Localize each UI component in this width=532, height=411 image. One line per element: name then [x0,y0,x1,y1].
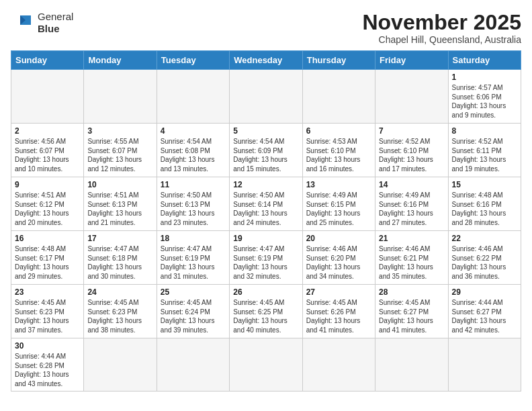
col-monday: Monday [84,51,157,70]
day-info: Sunrise: 4:44 AM Sunset: 6:27 PM Dayligh… [452,298,517,334]
month-title: November 2025 [362,11,521,34]
calendar-cell: 12Sunrise: 4:50 AM Sunset: 6:14 PM Dayli… [230,177,302,231]
logo-icon [11,13,35,33]
day-number: 2 [15,126,80,136]
title-block: November 2025 Chapel Hill, Queensland, A… [362,11,521,45]
day-info: Sunrise: 4:45 AM Sunset: 6:27 PM Dayligh… [379,298,444,334]
calendar-cell [157,70,229,124]
day-number: 3 [87,126,152,136]
day-info: Sunrise: 4:47 AM Sunset: 6:18 PM Dayligh… [87,244,152,281]
calendar-week-1: 2Sunrise: 4:56 AM Sunset: 6:07 PM Daylig… [11,124,521,177]
day-number: 4 [161,126,226,136]
calendar-cell: 30Sunrise: 4:44 AM Sunset: 6:28 PM Dayli… [11,338,84,392]
calendar-cell: 6Sunrise: 4:53 AM Sunset: 6:10 PM Daylig… [302,124,375,177]
calendar-cell [84,338,157,392]
day-info: Sunrise: 4:45 AM Sunset: 6:24 PM Dayligh… [161,298,226,334]
calendar-cell: 20Sunrise: 4:46 AM Sunset: 6:20 PM Dayli… [302,231,375,285]
day-number: 12 [233,180,298,189]
calendar-cell [230,70,302,124]
day-number: 10 [87,180,152,189]
day-number: 30 [15,341,80,351]
calendar-cell [11,70,84,124]
day-info: Sunrise: 4:47 AM Sunset: 6:19 PM Dayligh… [233,244,298,281]
calendar-week-2: 9Sunrise: 4:51 AM Sunset: 6:12 PM Daylig… [11,177,521,231]
calendar-week-0: 1Sunrise: 4:57 AM Sunset: 6:06 PM Daylig… [11,70,521,124]
calendar-cell: 15Sunrise: 4:48 AM Sunset: 6:16 PM Dayli… [448,177,521,231]
calendar-cell [375,338,448,392]
day-number: 20 [306,234,371,243]
day-number: 11 [161,180,226,189]
col-tuesday: Tuesday [157,51,229,70]
calendar-cell: 28Sunrise: 4:45 AM Sunset: 6:27 PM Dayli… [375,285,448,338]
day-number: 7 [379,126,444,136]
day-info: Sunrise: 4:49 AM Sunset: 6:15 PM Dayligh… [306,191,371,227]
day-info: Sunrise: 4:52 AM Sunset: 6:10 PM Dayligh… [379,137,444,173]
calendar-cell [448,338,521,392]
day-number: 23 [15,287,80,297]
day-info: Sunrise: 4:47 AM Sunset: 6:19 PM Dayligh… [161,244,226,281]
day-info: Sunrise: 4:46 AM Sunset: 6:22 PM Dayligh… [452,244,517,281]
calendar-cell: 29Sunrise: 4:44 AM Sunset: 6:27 PM Dayli… [448,285,521,338]
calendar-cell: 19Sunrise: 4:47 AM Sunset: 6:19 PM Dayli… [230,231,302,285]
calendar-cell: 10Sunrise: 4:51 AM Sunset: 6:13 PM Dayli… [84,177,157,231]
col-saturday: Saturday [448,51,521,70]
day-info: Sunrise: 4:44 AM Sunset: 6:28 PM Dayligh… [15,352,80,388]
day-number: 9 [15,180,80,189]
calendar-cell: 25Sunrise: 4:45 AM Sunset: 6:24 PM Dayli… [157,285,229,338]
col-sunday: Sunday [11,51,84,70]
day-number: 25 [161,287,226,297]
day-info: Sunrise: 4:48 AM Sunset: 6:17 PM Dayligh… [15,244,80,281]
logo: GeneralBlue [11,11,73,35]
day-info: Sunrise: 4:52 AM Sunset: 6:11 PM Dayligh… [452,137,517,173]
location-subtitle: Chapel Hill, Queensland, Australia [362,34,521,45]
day-info: Sunrise: 4:53 AM Sunset: 6:10 PM Dayligh… [306,137,371,173]
calendar-cell: 11Sunrise: 4:50 AM Sunset: 6:13 PM Dayli… [157,177,229,231]
day-number: 29 [452,287,517,297]
day-info: Sunrise: 4:51 AM Sunset: 6:13 PM Dayligh… [87,191,152,227]
day-number: 21 [379,234,444,243]
day-info: Sunrise: 4:45 AM Sunset: 6:23 PM Dayligh… [15,298,80,334]
calendar-cell: 16Sunrise: 4:48 AM Sunset: 6:17 PM Dayli… [11,231,84,285]
day-number: 28 [379,287,444,297]
calendar-cell: 14Sunrise: 4:49 AM Sunset: 6:16 PM Dayli… [375,177,448,231]
calendar-cell [302,70,375,124]
calendar-cell: 4Sunrise: 4:54 AM Sunset: 6:08 PM Daylig… [157,124,229,177]
day-number: 8 [452,126,517,136]
calendar-cell [157,338,229,392]
day-info: Sunrise: 4:46 AM Sunset: 6:21 PM Dayligh… [379,244,444,281]
day-info: Sunrise: 4:45 AM Sunset: 6:26 PM Dayligh… [306,298,371,334]
calendar-cell: 22Sunrise: 4:46 AM Sunset: 6:22 PM Dayli… [448,231,521,285]
col-wednesday: Wednesday [230,51,302,70]
calendar-cell [375,70,448,124]
calendar-cell: 21Sunrise: 4:46 AM Sunset: 6:21 PM Dayli… [375,231,448,285]
page-header: GeneralBlue November 2025 Chapel Hill, Q… [11,11,521,45]
day-info: Sunrise: 4:50 AM Sunset: 6:14 PM Dayligh… [233,191,298,227]
day-number: 1 [452,73,517,82]
day-number: 22 [452,234,517,243]
calendar-cell: 27Sunrise: 4:45 AM Sunset: 6:26 PM Dayli… [302,285,375,338]
day-info: Sunrise: 4:51 AM Sunset: 6:12 PM Dayligh… [15,191,80,227]
calendar-cell: 5Sunrise: 4:54 AM Sunset: 6:09 PM Daylig… [230,124,302,177]
day-number: 17 [87,234,152,243]
day-number: 6 [306,126,371,136]
day-info: Sunrise: 4:54 AM Sunset: 6:09 PM Dayligh… [233,137,298,173]
day-number: 26 [233,287,298,297]
day-info: Sunrise: 4:46 AM Sunset: 6:20 PM Dayligh… [306,244,371,281]
day-number: 15 [452,180,517,189]
day-info: Sunrise: 4:48 AM Sunset: 6:16 PM Dayligh… [452,191,517,227]
calendar-cell: 17Sunrise: 4:47 AM Sunset: 6:18 PM Dayli… [84,231,157,285]
day-info: Sunrise: 4:45 AM Sunset: 6:25 PM Dayligh… [233,298,298,334]
day-info: Sunrise: 4:49 AM Sunset: 6:16 PM Dayligh… [379,191,444,227]
calendar-cell: 18Sunrise: 4:47 AM Sunset: 6:19 PM Dayli… [157,231,229,285]
day-number: 27 [306,287,371,297]
day-number: 5 [233,126,298,136]
calendar-cell: 3Sunrise: 4:55 AM Sunset: 6:07 PM Daylig… [84,124,157,177]
calendar-cell: 7Sunrise: 4:52 AM Sunset: 6:10 PM Daylig… [375,124,448,177]
calendar-header-row: Sunday Monday Tuesday Wednesday Thursday… [11,51,521,70]
calendar-cell: 13Sunrise: 4:49 AM Sunset: 6:15 PM Dayli… [302,177,375,231]
calendar-cell: 9Sunrise: 4:51 AM Sunset: 6:12 PM Daylig… [11,177,84,231]
calendar-table: Sunday Monday Tuesday Wednesday Thursday… [11,50,521,392]
calendar-week-5: 30Sunrise: 4:44 AM Sunset: 6:28 PM Dayli… [11,338,521,392]
day-number: 18 [161,234,226,243]
day-number: 16 [15,234,80,243]
